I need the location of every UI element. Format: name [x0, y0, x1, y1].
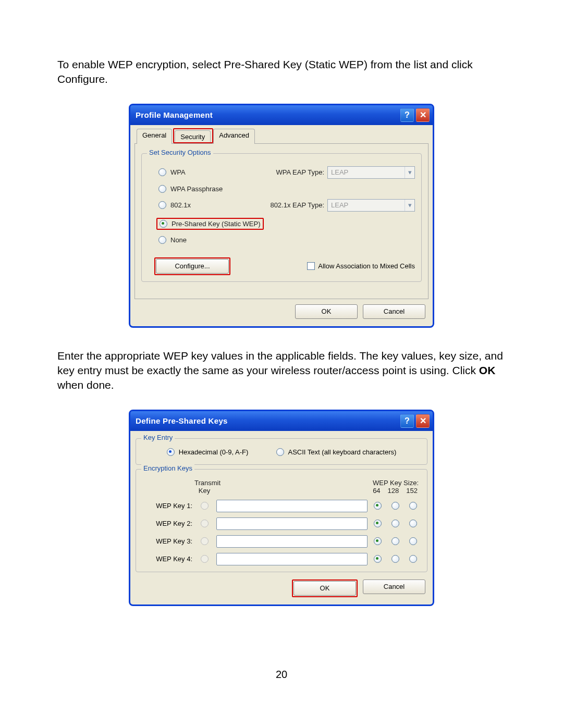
size-64-radio-2[interactable]	[374, 520, 382, 527]
highlight-ok-button: OK	[292, 579, 358, 597]
radio-wpa-passphrase-label: WPA Passphrase	[170, 185, 223, 193]
wep-key-3-input[interactable]	[216, 535, 368, 548]
highlight-security-tab: Security	[173, 128, 213, 143]
wep-size-header: WEP Key Size: 64 128 152	[370, 479, 421, 495]
radio-wpa-passphrase[interactable]	[158, 185, 166, 193]
radio-ascii[interactable]	[276, 448, 284, 456]
wpa-eap-label: WPA EAP Type:	[276, 168, 325, 176]
chevron-down-icon: ▾	[405, 167, 414, 178]
wpa-eap-combo[interactable]: LEAP ▾	[327, 166, 415, 179]
size-64-radio-4[interactable]	[374, 555, 382, 563]
size-128-radio-3[interactable]	[391, 537, 399, 545]
help-icon[interactable]: ?	[400, 108, 414, 122]
radio-ascii-label: ASCII Text (all keyboard characters)	[288, 448, 397, 456]
tab-advanced[interactable]: Advanced	[213, 129, 255, 144]
define-keys-dialog: Define Pre-Shared Keys ? ✕ Key Entry Hex…	[129, 410, 434, 606]
cancel-button[interactable]: Cancel	[363, 304, 425, 319]
wep-key-1-label: WEP Key 1:	[142, 502, 192, 510]
close-icon[interactable]: ✕	[416, 414, 430, 428]
highlight-configure-button: Configure...	[154, 257, 230, 275]
configure-button[interactable]: Configure...	[156, 259, 229, 274]
radio-none-label: None	[170, 236, 187, 244]
size-152-radio-1[interactable]	[409, 502, 417, 510]
8021x-eap-combo[interactable]: LEAP ▾	[327, 199, 415, 212]
chevron-down-icon: ▾	[405, 200, 414, 211]
doc-paragraph-2: Enter the appropriate WEP key values in …	[57, 349, 506, 393]
tab-security[interactable]: Security	[175, 130, 211, 142]
radio-psk-label: Pre-Shared Key (Static WEP)	[172, 220, 261, 228]
allow-mixed-label: Allow Association to Mixed Cells	[318, 262, 415, 270]
size-152-radio-2[interactable]	[409, 520, 417, 527]
8021x-eap-label: 802.1x EAP Type:	[270, 201, 324, 209]
group-title: Set Security Options	[147, 149, 213, 156]
radio-hex-label: Hexadecimal (0-9, A-F)	[179, 448, 249, 456]
page-number: 20	[57, 669, 506, 681]
dialog-title: Define Pre-Shared Keys	[136, 416, 228, 425]
allow-mixed-checkbox[interactable]	[307, 262, 315, 270]
wpa-eap-value: LEAP	[331, 168, 348, 176]
radio-none[interactable]	[158, 236, 166, 244]
transmit-radio-1[interactable]	[201, 502, 209, 510]
doc-paragraph-1: To enable WEP encryption, select Pre-Sha…	[57, 57, 506, 87]
wep-key-3-label: WEP Key 3:	[142, 537, 192, 545]
tab-general[interactable]: General	[137, 129, 172, 144]
highlight-psk-option: Pre-Shared Key (Static WEP)	[156, 218, 264, 230]
wep-key-2-input[interactable]	[216, 517, 368, 530]
8021x-eap-value: LEAP	[331, 201, 348, 209]
ok-button[interactable]: OK	[293, 581, 356, 596]
size-152-radio-4[interactable]	[409, 555, 417, 563]
wep-key-4-input[interactable]	[216, 553, 368, 565]
cancel-button[interactable]: Cancel	[363, 579, 425, 594]
tab-strip: General Security Advanced	[134, 128, 429, 144]
radio-hex[interactable]	[167, 448, 175, 456]
size-128-radio-4[interactable]	[391, 555, 399, 563]
transmit-radio-2[interactable]	[201, 520, 209, 527]
titlebar: Profile Management ? ✕	[130, 105, 433, 125]
group-title: Key Entry	[141, 434, 175, 441]
key-entry-group: Key Entry Hexadecimal (0-9, A-F) ASCII T…	[136, 438, 427, 465]
help-icon[interactable]: ?	[400, 414, 414, 428]
group-title: Encryption Keys	[141, 464, 194, 472]
radio-wpa-label: WPA	[170, 168, 186, 176]
radio-8021x-label: 802.1x	[170, 201, 191, 209]
transmit-radio-4[interactable]	[201, 555, 209, 563]
encryption-keys-group: Encryption Keys TransmitKey WEP Key Size…	[136, 469, 427, 572]
security-options-group: Set Security Options WPA WPA EAP Type: L…	[141, 153, 422, 282]
size-64-radio-1[interactable]	[374, 502, 382, 510]
profile-management-dialog: Profile Management ? ✕ General Security …	[129, 104, 434, 328]
size-152-radio-3[interactable]	[409, 537, 417, 545]
transmit-header: TransmitKey	[194, 479, 214, 495]
ok-button[interactable]: OK	[295, 304, 358, 319]
wep-key-4-label: WEP Key 4:	[142, 555, 192, 563]
size-128-radio-1[interactable]	[391, 502, 399, 510]
radio-8021x[interactable]	[158, 201, 166, 209]
size-128-radio-2[interactable]	[391, 520, 399, 527]
close-icon[interactable]: ✕	[416, 108, 430, 122]
wep-key-2-label: WEP Key 2:	[142, 520, 192, 527]
size-64-radio-3[interactable]	[374, 537, 382, 545]
transmit-radio-3[interactable]	[201, 537, 209, 545]
titlebar: Define Pre-Shared Keys ? ✕	[130, 411, 433, 431]
radio-wpa[interactable]	[158, 168, 166, 176]
radio-psk[interactable]	[160, 220, 167, 228]
wep-key-1-input[interactable]	[216, 500, 368, 512]
dialog-title: Profile Management	[136, 110, 213, 119]
